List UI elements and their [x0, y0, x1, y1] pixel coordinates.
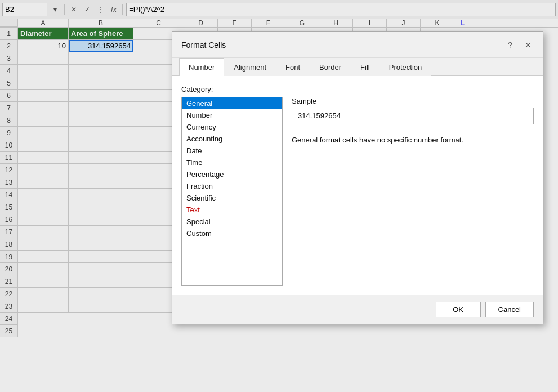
category-label: Category: — [181, 85, 534, 93]
category-item-date[interactable]: Date — [182, 145, 282, 157]
dialog-controls: ? ✕ — [502, 37, 536, 53]
dialog-titlebar: Format Cells ? ✕ — [172, 32, 543, 58]
format-cells-dialog: Format Cells ? ✕ Number Alignment Font B… — [172, 31, 543, 324]
tab-border[interactable]: Border — [310, 58, 351, 76]
dialog-body: Category: General Number Currency Accoun… — [172, 76, 543, 295]
dialog-content: General Number Currency Accounting Date … — [181, 97, 534, 286]
tab-protection[interactable]: Protection — [380, 58, 432, 76]
category-list-container: General Number Currency Accounting Date … — [181, 97, 283, 286]
dialog-title: Format Cells — [181, 41, 226, 50]
dialog-help-button[interactable]: ? — [502, 37, 518, 53]
sample-value: 314.1592654 — [292, 108, 534, 124]
description-text: General format cells have no specific nu… — [292, 136, 534, 144]
category-item-special[interactable]: Special — [182, 216, 282, 228]
sample-section: Sample 314.1592654 — [292, 97, 534, 124]
category-item-fraction[interactable]: Fraction — [182, 180, 282, 192]
category-item-general[interactable]: General — [182, 97, 282, 109]
ok-button[interactable]: OK — [436, 302, 481, 317]
category-item-time[interactable]: Time — [182, 157, 282, 168]
category-item-text[interactable]: Text — [182, 204, 282, 216]
tab-font[interactable]: Font — [276, 58, 310, 76]
dialog-tab-bar: Number Alignment Font Border Fill Protec… — [172, 58, 543, 76]
dialog-footer: OK Cancel — [172, 295, 543, 324]
tab-number[interactable]: Number — [179, 58, 224, 76]
category-item-number[interactable]: Number — [182, 109, 282, 121]
category-item-custom[interactable]: Custom — [182, 228, 282, 239]
category-item-currency[interactable]: Currency — [182, 121, 282, 133]
right-panel: Sample 314.1592654 General format cells … — [292, 97, 534, 286]
cancel-button[interactable]: Cancel — [485, 302, 534, 317]
category-item-scientific[interactable]: Scientific — [182, 192, 282, 204]
sample-label: Sample — [292, 97, 534, 105]
dialog-close-button[interactable]: ✕ — [520, 37, 536, 53]
tab-alignment[interactable]: Alignment — [224, 58, 276, 76]
category-list: General Number Currency Accounting Date … — [182, 97, 282, 285]
category-item-accounting[interactable]: Accounting — [182, 133, 282, 145]
tab-fill[interactable]: Fill — [351, 58, 380, 76]
category-item-percentage[interactable]: Percentage — [182, 168, 282, 180]
